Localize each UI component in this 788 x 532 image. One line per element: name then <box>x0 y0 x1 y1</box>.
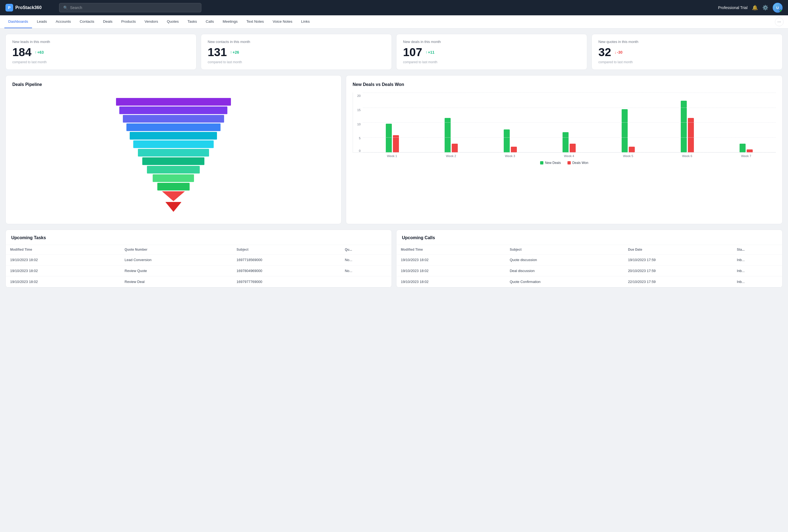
calls-tbody: 19/10/2023 18:02 Quote discussion 19/10/… <box>396 255 782 287</box>
y-label-20: 20 <box>353 94 361 97</box>
tasks-row3-quote: Review Deal <box>120 276 232 287</box>
tasks-row1-quote: Lead Conversion <box>120 255 232 265</box>
stat-compare-deals: compared to last month <box>403 60 580 64</box>
nav-item-products[interactable]: Products <box>117 15 140 28</box>
y-labels: 20 15 10 5 0 <box>353 93 361 153</box>
nav-more-button[interactable]: ··· <box>775 18 784 26</box>
x-label: Week 6 <box>657 154 716 158</box>
chart-legend: New Deals Deals Won <box>353 161 776 165</box>
header-right: Professional Trial 🔔 ⚙️ U <box>718 3 783 13</box>
settings-icon[interactable]: ⚙️ <box>762 5 768 11</box>
stat-number-leads: 184 <box>12 46 32 58</box>
funnel-layer <box>133 140 214 148</box>
stat-value-row-quotes: 32 ↓ -30 <box>598 46 776 58</box>
nav-item-vendors[interactable]: Vendors <box>141 15 162 28</box>
nav-item-meetings[interactable]: Meetings <box>219 15 242 28</box>
nav-item-accounts[interactable]: Accounts <box>52 15 75 28</box>
funnel-title: Deals Pipeline <box>12 82 335 87</box>
tasks-row1-subject: 1697718569000 <box>232 255 341 265</box>
nav-item-dashboards[interactable]: Dashboards <box>4 15 32 28</box>
tasks-row3-col4 <box>340 276 392 287</box>
funnel-layer <box>165 202 181 212</box>
calls-col-status: Sta... <box>732 245 782 255</box>
stat-label-deals: New deals in this month <box>403 40 580 44</box>
online-indicator <box>780 9 782 12</box>
tasks-row2-subject: 1697804969000 <box>232 265 341 276</box>
tasks-col-qu: Qu... <box>340 245 392 255</box>
calls-table-title: Upcoming Calls <box>396 230 782 245</box>
nav-item-quotes[interactable]: Quotes <box>163 15 183 28</box>
calls-row1-modified: 19/10/2023 18:02 <box>396 255 505 265</box>
stat-delta-quotes: ↓ -30 <box>614 50 623 55</box>
stat-number-contacts: 131 <box>208 46 227 58</box>
stat-value-row-leads: 184 ↑ +63 <box>12 46 190 58</box>
funnel-layer <box>138 149 209 157</box>
tasks-row3-subject: 1697977769000 <box>232 276 341 287</box>
search-bar[interactable]: 🔍 <box>59 3 201 12</box>
bar-chart-title: New Deals vs Deals Won <box>353 82 776 87</box>
x-label: Week 5 <box>599 154 658 158</box>
tasks-table-title: Upcoming Tasks <box>6 230 392 245</box>
calls-table: Modified Time Subject Due Date Sta... 19… <box>396 245 782 287</box>
x-labels: Week 1Week 2Week 3Week 4Week 5Week 6Week… <box>353 154 776 158</box>
nav-item-leads[interactable]: Leads <box>33 15 51 28</box>
calls-header-row: Modified Time Subject Due Date Sta... <box>396 245 782 255</box>
stat-compare-quotes: compared to last month <box>598 60 776 64</box>
tasks-row2-quote: Review Quote <box>120 265 232 276</box>
stat-delta-leads: ↑ +63 <box>35 50 44 55</box>
stat-delta-contacts: ↑ +26 <box>230 50 239 55</box>
logo-text: ProStack360 <box>15 5 42 10</box>
gridline-5 <box>363 137 776 138</box>
table-row[interactable]: 19/10/2023 18:02 Quote discussion 19/10/… <box>396 255 782 265</box>
y-label-5: 5 <box>353 137 361 140</box>
stat-label-quotes: New quotes in this month <box>598 40 776 44</box>
nav-item-deals[interactable]: Deals <box>99 15 116 28</box>
stat-delta-deals: ↑ +11 <box>426 50 434 55</box>
calls-row2-subject: Deal discussion <box>505 265 624 276</box>
table-row[interactable]: 19/10/2023 18:02 Deal discussion 20/10/2… <box>396 265 782 276</box>
nav-item-text-notes[interactable]: Text Notes <box>243 15 268 28</box>
x-label: Week 4 <box>539 154 599 158</box>
avatar[interactable]: U <box>773 3 783 13</box>
calls-row3-due: 22/10/2023 17:59 <box>624 276 732 287</box>
notification-icon[interactable]: 🔔 <box>752 5 758 11</box>
calls-thead: Modified Time Subject Due Date Sta... <box>396 245 782 255</box>
tasks-table: Modified Time Quote Number Subject Qu...… <box>6 245 392 287</box>
funnel-layer <box>130 132 217 140</box>
calls-row2-status: Inb... <box>732 265 782 276</box>
tasks-row2-modified: 19/10/2023 18:02 <box>6 265 120 276</box>
nav-item-calls[interactable]: Calls <box>202 15 218 28</box>
funnel-layer <box>147 166 200 174</box>
bar-chart-area: 20 15 10 5 0 Week 1Week 2Week 3Week 4Wee… <box>353 93 776 164</box>
tasks-row1-col4: No... <box>340 255 392 265</box>
stat-compare-leads: compared to last month <box>12 60 190 64</box>
calls-col-subject: Subject <box>505 245 624 255</box>
nav-item-voice-notes[interactable]: Voice Notes <box>269 15 296 28</box>
search-input[interactable] <box>70 5 197 10</box>
gridline-10 <box>363 122 776 123</box>
funnel-layer <box>153 174 194 182</box>
x-label: Week 2 <box>422 154 481 158</box>
legend-dot-new <box>540 161 544 164</box>
table-row[interactable]: 19/10/2023 18:02 Review Deal 16979777690… <box>6 276 392 287</box>
calls-row3-modified: 19/10/2023 18:02 <box>396 276 505 287</box>
legend-label-new: New Deals <box>545 161 561 165</box>
funnel-layer <box>142 157 204 165</box>
gridline-0 <box>363 152 776 153</box>
table-row[interactable]: 19/10/2023 18:02 Quote Confirmation 22/1… <box>396 276 782 287</box>
nav-item-contacts[interactable]: Contacts <box>76 15 98 28</box>
calls-row1-due: 19/10/2023 17:59 <box>624 255 732 265</box>
trial-badge: Professional Trial <box>718 5 748 10</box>
calls-table-card: Upcoming Calls Modified Time Subject Due… <box>396 230 783 288</box>
stat-value-row-deals: 107 ↑ +11 <box>403 46 580 58</box>
calls-row1-status: Inb... <box>732 255 782 265</box>
calls-col-modified: Modified Time <box>396 245 505 255</box>
nav-item-tasks[interactable]: Tasks <box>183 15 201 28</box>
gridlines <box>363 93 776 153</box>
charts-row: Deals Pipeline New Deals vs Deals Won 20 <box>5 75 783 224</box>
tasks-row1-modified: 19/10/2023 18:02 <box>6 255 120 265</box>
table-row[interactable]: 19/10/2023 18:02 Review Quote 1697804969… <box>6 265 392 276</box>
nav-item-links[interactable]: Links <box>297 15 314 28</box>
funnel-layer <box>157 183 190 191</box>
table-row[interactable]: 19/10/2023 18:02 Lead Conversion 1697718… <box>6 255 392 265</box>
